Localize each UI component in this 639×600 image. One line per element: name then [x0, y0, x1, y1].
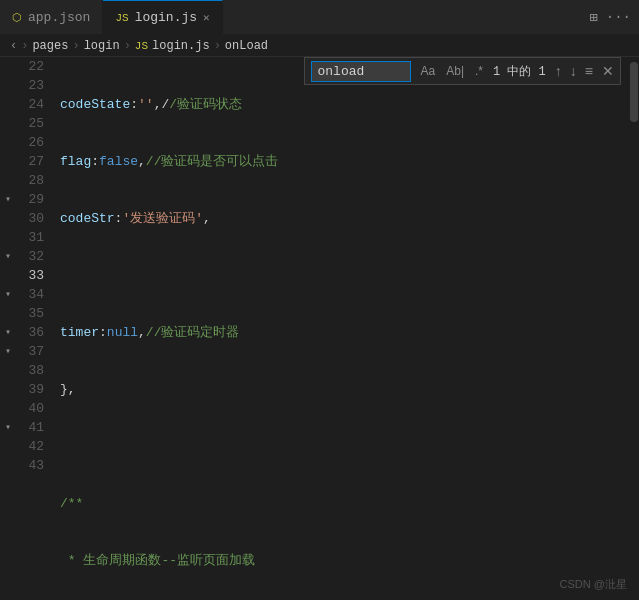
tab-label: login.js — [135, 10, 197, 25]
tab-app-json[interactable]: ⬡ app.json — [0, 0, 103, 35]
match-word-button[interactable]: Ab| — [442, 62, 468, 80]
fold-38 — [0, 361, 16, 380]
fold-33 — [0, 266, 16, 285]
bc-js-icon: JS — [135, 40, 148, 52]
scrollbar[interactable] — [629, 57, 639, 600]
bc-pages[interactable]: pages — [32, 39, 68, 53]
code-line-27: }, — [60, 380, 639, 399]
find-close-button[interactable]: ✕ — [602, 63, 614, 79]
code-area: ▾ ▾ ▾ ▾ ▾ ▾ 22 23 24 25 26 27 28 29 30 3… — [0, 57, 639, 600]
breadcrumb: ‹ › pages › login › JS login.js › onLoad — [0, 35, 639, 57]
fold-29[interactable]: ▾ — [0, 190, 16, 209]
code-line-28 — [60, 437, 639, 456]
fold-28 — [0, 171, 16, 190]
regex-button[interactable]: .* — [471, 62, 487, 80]
find-widget: Aa Ab| .* 1 中的 1 ↑ ↓ ≡ ✕ — [304, 57, 621, 85]
bc-login[interactable]: login — [84, 39, 120, 53]
fold-34[interactable]: ▾ — [0, 285, 16, 304]
tab-bar: ⬡ app.json JS login.js ✕ ⊞ ··· — [0, 0, 639, 35]
close-tab-icon[interactable]: ✕ — [203, 11, 210, 24]
code-line-29: /** — [60, 494, 639, 513]
find-list-button[interactable]: ≡ — [582, 63, 596, 79]
find-count: 1 中的 1 — [493, 63, 546, 80]
code-line-23: flag:false,//验证码是否可以点击 — [60, 152, 639, 171]
code-line-22: codeState:'',//验证码状态 — [60, 95, 639, 114]
find-options: Aa Ab| .* — [417, 62, 488, 80]
js-icon: JS — [115, 12, 128, 24]
find-prev-button[interactable]: ↑ — [552, 63, 565, 79]
fold-40 — [0, 399, 16, 418]
fold-24 — [0, 95, 16, 114]
fold-27 — [0, 152, 16, 171]
watermark: CSDN @沘星 — [560, 577, 627, 592]
fold-32[interactable]: ▾ — [0, 247, 16, 266]
fold-36[interactable]: ▾ — [0, 323, 16, 342]
fold-22 — [0, 57, 16, 76]
code-content: codeState:'',//验证码状态 flag:false,//验证码是否可… — [54, 57, 639, 600]
code-line-24: codeStr:'发送验证码', — [60, 209, 639, 228]
code-line-26: timer:null,//验证码定时器 — [60, 323, 639, 342]
line-numbers: 22 23 24 25 26 27 28 29 30 31 32 33 34 3… — [16, 57, 54, 600]
more-actions-icon[interactable]: ··· — [606, 9, 631, 25]
fold-26 — [0, 133, 16, 152]
fold-23 — [0, 76, 16, 95]
fold-43 — [0, 456, 16, 475]
tab-login-js[interactable]: JS login.js ✕ — [103, 0, 222, 35]
fold-41[interactable]: ▾ — [0, 418, 16, 437]
split-editor-icon[interactable]: ⊞ — [589, 9, 597, 26]
fold-42 — [0, 437, 16, 456]
fold-37[interactable]: ▾ — [0, 342, 16, 361]
code-line-30: * 生命周期函数--监听页面加载 — [60, 551, 639, 570]
bc-onload[interactable]: onLoad — [225, 39, 268, 53]
tab-actions: ⊞ ··· — [589, 9, 639, 26]
fold-30 — [0, 209, 16, 228]
scrollbar-thumb[interactable] — [630, 62, 638, 122]
bc-login-js[interactable]: login.js — [152, 39, 210, 53]
tab-label: app.json — [28, 10, 90, 25]
nav-forward-icon[interactable]: › — [21, 39, 28, 53]
fold-35 — [0, 304, 16, 323]
find-input[interactable] — [311, 61, 411, 82]
gutter: ▾ ▾ ▾ ▾ ▾ ▾ — [0, 57, 16, 600]
fold-31 — [0, 228, 16, 247]
json-icon: ⬡ — [12, 11, 22, 24]
fold-39 — [0, 380, 16, 399]
code-line-25 — [60, 266, 639, 285]
nav-back-icon[interactable]: ‹ — [10, 39, 17, 53]
match-case-button[interactable]: Aa — [417, 62, 440, 80]
find-nav: ↑ ↓ ≡ — [552, 63, 596, 79]
find-next-button[interactable]: ↓ — [567, 63, 580, 79]
fold-25 — [0, 114, 16, 133]
